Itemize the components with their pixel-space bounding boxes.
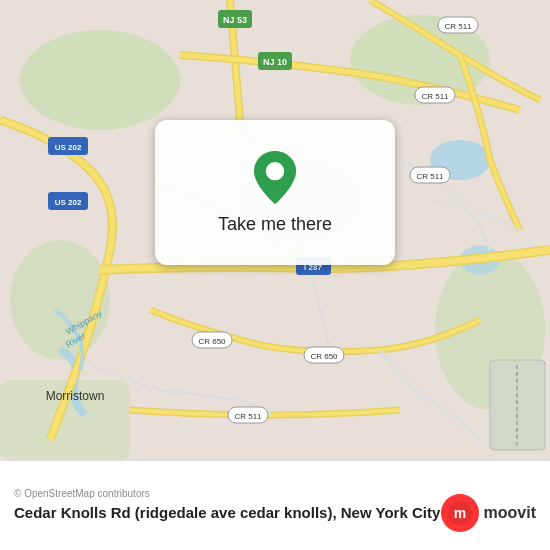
svg-text:NJ 10: NJ 10	[263, 57, 287, 67]
bottom-bar: © OpenStreetMap contributors Cedar Knoll…	[0, 460, 550, 550]
svg-text:CR 511: CR 511	[234, 412, 262, 421]
svg-text:m: m	[453, 505, 465, 521]
take-me-there-button[interactable]: Take me there	[218, 214, 332, 235]
location-pin-icon	[250, 151, 300, 206]
svg-point-38	[266, 162, 284, 180]
svg-text:US 202: US 202	[55, 143, 82, 152]
svg-text:CR 511: CR 511	[421, 92, 449, 101]
svg-text:US 202: US 202	[55, 198, 82, 207]
svg-text:CR 511: CR 511	[444, 22, 472, 31]
moovit-logo[interactable]: m moovit	[441, 494, 536, 532]
svg-point-1	[20, 30, 180, 130]
take-me-there-overlay[interactable]: Take me there	[155, 120, 395, 265]
svg-text:CR 511: CR 511	[416, 172, 444, 181]
map-container[interactable]: NJ 53 CR 511 NJ 10 US 202 CR 511 US 202 …	[0, 0, 550, 460]
svg-text:Morristown: Morristown	[46, 389, 105, 403]
svg-text:CR 650: CR 650	[310, 352, 338, 361]
svg-text:CR 650: CR 650	[198, 337, 226, 346]
moovit-icon: m	[441, 494, 479, 532]
svg-text:NJ 53: NJ 53	[223, 15, 247, 25]
moovit-brand-name: moovit	[484, 504, 536, 522]
